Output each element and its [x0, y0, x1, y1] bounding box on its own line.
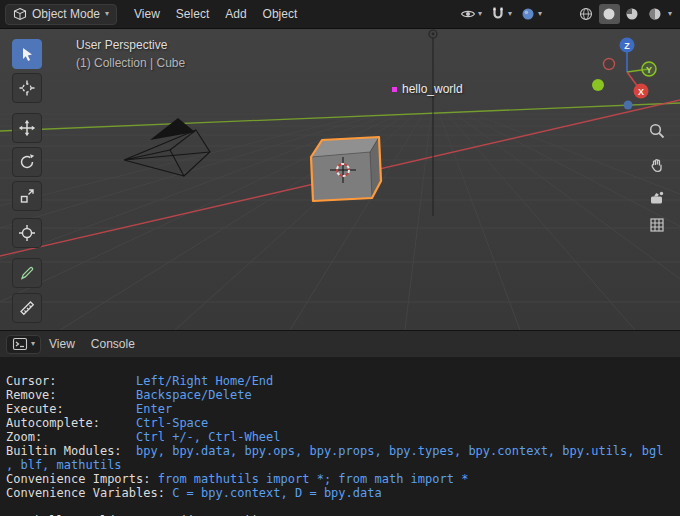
- console-text: C = bpy.context, D = bpy.data: [172, 486, 382, 500]
- object-name-label[interactable]: hello_world: [392, 82, 463, 96]
- console-line: Cursor: Left/Right Home/End: [6, 374, 680, 388]
- cursor-tool[interactable]: [12, 73, 42, 103]
- chevron-down-icon: ▾: [508, 10, 512, 18]
- shading-material-button[interactable]: [622, 4, 643, 24]
- scale-tool[interactable]: [12, 181, 42, 211]
- menu-add[interactable]: Add: [217, 4, 254, 24]
- magnifier-icon: [648, 122, 666, 140]
- empty-origin-dot: [392, 87, 397, 92]
- object-visibility-dropdown[interactable]: ▾: [460, 6, 482, 22]
- chevron-down-icon: ▾: [105, 10, 109, 18]
- gizmo-x-ball[interactable]: X: [634, 84, 649, 99]
- editor-type-dropdown[interactable]: ▾: [6, 335, 41, 354]
- cursor-arrow-icon: [18, 45, 36, 63]
- object-name-text: hello_world: [402, 82, 463, 96]
- axis-y-line: [0, 103, 680, 131]
- top-header: Object Mode ▾ View Select Add Object ▾: [0, 0, 680, 29]
- solid-sphere-icon: [601, 6, 617, 22]
- header-right-controls: ▾ ▾ ▾: [460, 0, 672, 28]
- measure-tool[interactable]: [12, 293, 42, 323]
- menu-select[interactable]: Select: [168, 4, 217, 24]
- console-text: Convenience Variables:: [6, 486, 172, 500]
- console-line: Builtin Modules: bpy, bpy.data, bpy.ops,…: [6, 444, 680, 458]
- console-text: Cursor:: [6, 374, 136, 388]
- console-text: Enter: [136, 402, 172, 416]
- navigation-gizmo[interactable]: Z Y X: [590, 36, 666, 114]
- transform-gizmo-icon: [18, 224, 36, 242]
- proportional-circle-icon: [520, 6, 536, 22]
- gizmo-x-label: X: [638, 87, 644, 97]
- chevron-down-icon: ▾: [31, 340, 35, 348]
- rotate-icon: [18, 153, 36, 171]
- console-line: Autocomplete: Ctrl-Space: [6, 416, 680, 430]
- console-line: Execute: Enter: [6, 402, 680, 416]
- console-line: Zoom: Ctrl +/-, Ctrl-Wheel: [6, 430, 680, 444]
- viewport-canvas[interactable]: [0, 28, 680, 330]
- python-console[interactable]: Cursor: Left/Right Home/EndRemove: Backs…: [0, 356, 680, 516]
- console-text: Ctrl-Space: [136, 416, 208, 430]
- mode-dropdown-label: Object Mode: [32, 7, 100, 21]
- console-lines: Cursor: Left/Right Home/EndRemove: Backs…: [0, 374, 680, 516]
- console-line: Convenience Variables: C = bpy.context, …: [6, 486, 680, 500]
- shading-rendered-button[interactable]: [645, 4, 666, 24]
- wireframe-sphere-icon: [578, 6, 594, 22]
- toggle-ortho-button[interactable]: [644, 212, 670, 238]
- console-editor-icon: [12, 336, 28, 352]
- mode-dropdown[interactable]: Object Mode ▾: [5, 4, 117, 25]
- console-text: Backspace/Delete: [136, 388, 252, 402]
- object-mode-icon: [13, 7, 27, 21]
- console-text: , blf, mathutils: [6, 458, 122, 472]
- proportional-editing-dropdown[interactable]: ▾: [520, 6, 542, 22]
- gizmo-z-ball[interactable]: Z: [620, 38, 635, 53]
- console-line: Remove: Backspace/Delete: [6, 388, 680, 402]
- eye-icon: [460, 6, 476, 22]
- grid-icon: [648, 216, 666, 234]
- console-menu-console[interactable]: Console: [83, 334, 143, 354]
- snap-dropdown[interactable]: ▾: [490, 6, 512, 22]
- camera-view-button[interactable]: [644, 185, 670, 211]
- console-header: ▾ View Console: [0, 330, 680, 357]
- gizmo-neg-z-ball[interactable]: [624, 101, 633, 110]
- menu-object[interactable]: Object: [255, 4, 306, 24]
- console-text: Zoom:: [6, 430, 136, 444]
- camera-icon: [648, 189, 666, 207]
- pan-view-button[interactable]: [644, 152, 670, 178]
- chevron-down-icon: ▾: [478, 10, 482, 18]
- console-text: Autocomplete:: [6, 416, 136, 430]
- shading-solid-button[interactable]: [599, 4, 620, 24]
- console-text: Ctrl +/-, Ctrl-Wheel: [136, 430, 281, 444]
- camera-object[interactable]: [124, 118, 210, 176]
- transform-tool[interactable]: [12, 218, 42, 248]
- menubar: View Select Add Object: [126, 4, 305, 24]
- gizmo-neg-x-ball[interactable]: [604, 59, 615, 70]
- gizmo-y-label: Y: [646, 65, 652, 75]
- zoom-view-button[interactable]: [644, 118, 670, 144]
- gizmo-y-ball[interactable]: Y: [642, 62, 656, 76]
- console-text: Left/Right Home/End: [136, 374, 273, 388]
- cube-object[interactable]: [311, 137, 381, 201]
- console-text: Remove:: [6, 388, 136, 402]
- shading-dropdown-chevron[interactable]: ▾: [668, 10, 672, 18]
- console-text: from mathutils import *; from math impor…: [158, 472, 469, 486]
- view-perspective-label: User Perspective: [76, 38, 167, 52]
- chevron-down-icon: ▾: [538, 10, 542, 18]
- viewport-3d[interactable]: User Perspective (1) Collection | Cube h…: [0, 28, 680, 330]
- console-menu-view[interactable]: View: [41, 334, 83, 354]
- shading-wireframe-button[interactable]: [576, 4, 597, 24]
- hand-icon: [648, 156, 666, 174]
- annotate-tool[interactable]: [12, 258, 42, 288]
- console-line: Convenience Imports: from mathutils impo…: [6, 472, 680, 486]
- console-text: Execute:: [6, 402, 136, 416]
- material-sphere-icon: [624, 6, 640, 22]
- move-tool[interactable]: [12, 113, 42, 143]
- move-arrows-icon: [18, 119, 36, 137]
- gizmo-pos-y-ball[interactable]: [592, 79, 604, 91]
- menu-view[interactable]: View: [126, 4, 168, 24]
- console-text: bpy, bpy.data, bpy.ops, bpy.props, bpy.t…: [136, 444, 663, 458]
- rotate-tool[interactable]: [12, 147, 42, 177]
- select-box-tool[interactable]: [12, 39, 42, 69]
- scale-icon: [18, 187, 36, 205]
- collection-breadcrumb: (1) Collection | Cube: [76, 56, 185, 70]
- console-text: Convenience Imports:: [6, 472, 158, 486]
- gizmo-z-label: Z: [624, 41, 630, 51]
